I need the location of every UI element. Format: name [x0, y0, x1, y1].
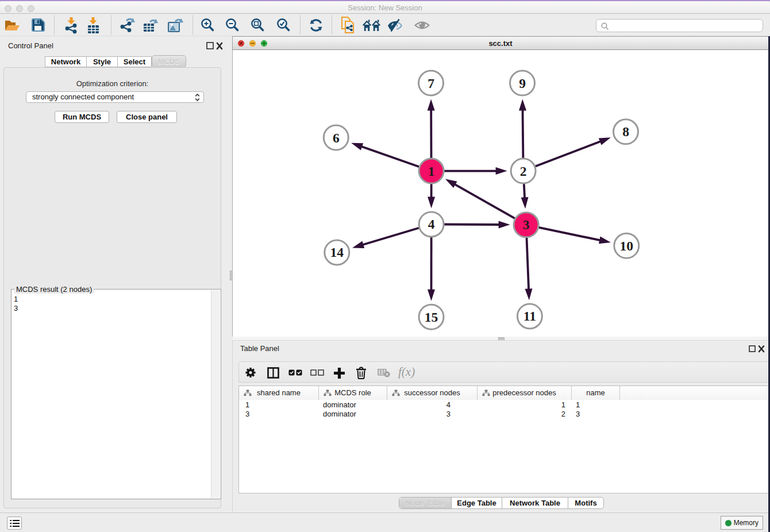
svg-text:6: 6 — [333, 130, 340, 145]
svg-text:4: 4 — [428, 217, 435, 232]
svg-text:15: 15 — [425, 310, 438, 325]
svg-text:1: 1 — [428, 164, 435, 179]
svg-text:3: 3 — [523, 217, 530, 232]
svg-text:11: 11 — [523, 309, 536, 323]
svg-text:2: 2 — [520, 164, 527, 179]
svg-text:7: 7 — [428, 76, 434, 91]
svg-text:9: 9 — [519, 76, 526, 91]
svg-text:8: 8 — [622, 124, 629, 139]
svg-text:14: 14 — [330, 245, 344, 260]
svg-text:10: 10 — [620, 238, 634, 253]
